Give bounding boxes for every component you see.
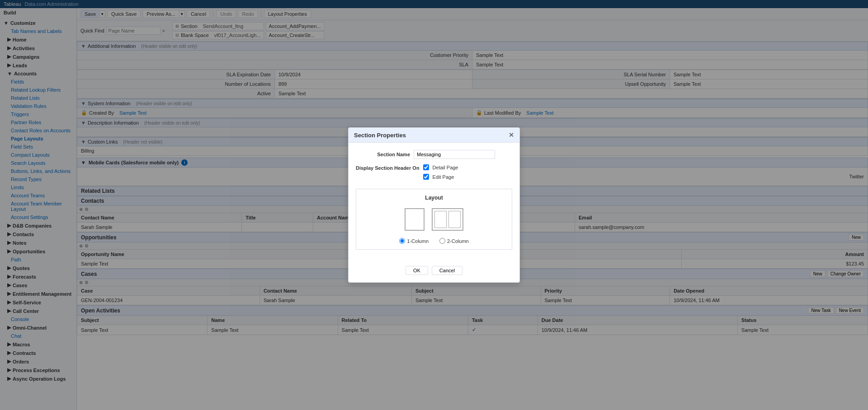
radio-row: 1-Column 2-Column [399, 238, 468, 244]
col1-radio-option[interactable]: 1-Column [399, 238, 429, 244]
section-name-label: Section Name [356, 152, 410, 157]
col1-label: 1-Column [407, 238, 429, 244]
layout-1col-box[interactable] [405, 208, 425, 231]
edit-page-row: Edit Page [423, 174, 458, 180]
layout-options: Layout 1-Column 2-Column [356, 189, 512, 250]
layout-col-inner-right [448, 211, 461, 228]
layout-2col-box[interactable] [432, 208, 463, 231]
col2-radio-option[interactable]: 2-Column [439, 238, 469, 244]
modal-ok-button[interactable]: OK [406, 266, 428, 275]
col2-radio[interactable] [439, 238, 445, 244]
section-properties-modal: Section Properties ✕ Section Name Displa… [348, 127, 520, 283]
modal-overlay[interactable]: Section Properties ✕ Section Name Displa… [0, 0, 868, 410]
modal-body: Section Name Display Section Header On D… [349, 143, 519, 262]
detail-page-row: Detail Page [423, 164, 458, 170]
edit-page-checkbox[interactable] [423, 174, 429, 180]
layout-col-inner-left [434, 211, 447, 228]
display-header-label: Display Section Header On [356, 164, 420, 171]
modal-cancel-button[interactable]: Cancel [432, 266, 462, 275]
modal-title: Section Properties [354, 132, 406, 139]
layout-label: Layout [425, 195, 443, 201]
col1-radio[interactable] [399, 238, 405, 244]
display-header-options: Detail Page Edit Page [423, 164, 458, 183]
display-header-field: Display Section Header On Detail Page Ed… [356, 164, 512, 183]
modal-close-button[interactable]: ✕ [509, 131, 514, 139]
modal-header: Section Properties ✕ [349, 128, 519, 143]
layout-columns-row [405, 208, 463, 231]
detail-page-checkbox[interactable] [423, 164, 429, 170]
col2-label: 2-Column [447, 238, 469, 244]
detail-page-label: Detail Page [433, 165, 458, 170]
modal-footer: OK Cancel [349, 262, 519, 282]
section-name-input[interactable] [414, 150, 495, 159]
section-name-field: Section Name [356, 150, 512, 159]
edit-page-label: Edit Page [433, 174, 454, 180]
